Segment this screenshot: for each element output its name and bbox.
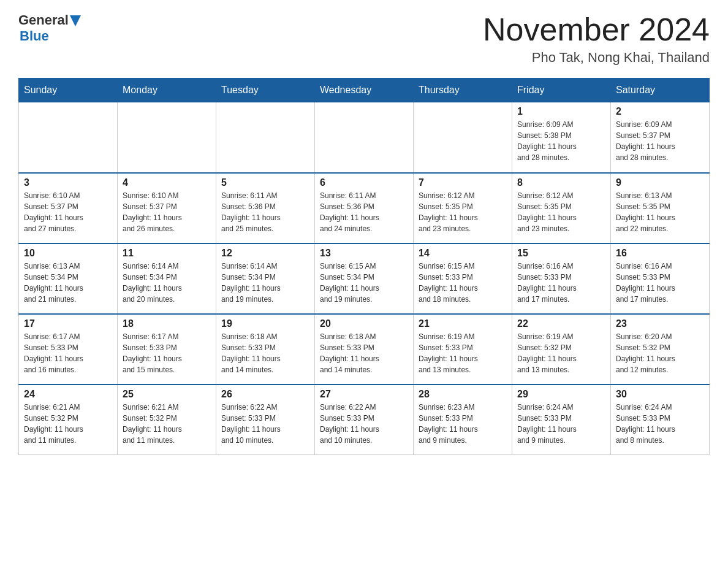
cell-date-number: 1 bbox=[517, 106, 605, 117]
cell-sun-info: Sunrise: 6:19 AM Sunset: 5:32 PM Dayligh… bbox=[517, 331, 605, 375]
cell-date-number: 10 bbox=[24, 248, 112, 259]
cell-date-number: 23 bbox=[616, 318, 704, 329]
day-header-thursday: Thursday bbox=[414, 79, 512, 102]
cell-sun-info: Sunrise: 6:16 AM Sunset: 5:33 PM Dayligh… bbox=[517, 261, 605, 305]
calendar-cell: 9Sunrise: 6:13 AM Sunset: 5:35 PM Daylig… bbox=[611, 173, 710, 243]
cell-sun-info: Sunrise: 6:23 AM Sunset: 5:33 PM Dayligh… bbox=[419, 402, 507, 446]
cell-sun-info: Sunrise: 6:14 AM Sunset: 5:34 PM Dayligh… bbox=[123, 261, 211, 305]
cell-sun-info: Sunrise: 6:17 AM Sunset: 5:33 PM Dayligh… bbox=[123, 331, 211, 375]
cell-date-number: 3 bbox=[24, 177, 112, 188]
cell-sun-info: Sunrise: 6:21 AM Sunset: 5:32 PM Dayligh… bbox=[24, 402, 112, 446]
day-header-sunday: Sunday bbox=[19, 79, 118, 102]
week-row-3: 10Sunrise: 6:13 AM Sunset: 5:34 PM Dayli… bbox=[19, 243, 710, 314]
calendar-cell: 12Sunrise: 6:14 AM Sunset: 5:34 PM Dayli… bbox=[216, 243, 315, 314]
cell-date-number: 7 bbox=[419, 177, 507, 188]
cell-date-number: 18 bbox=[123, 318, 211, 329]
cell-sun-info: Sunrise: 6:10 AM Sunset: 5:37 PM Dayligh… bbox=[123, 190, 211, 234]
cell-date-number: 2 bbox=[616, 106, 704, 117]
svg-marker-0 bbox=[70, 15, 81, 26]
calendar-cell: 6Sunrise: 6:11 AM Sunset: 5:36 PM Daylig… bbox=[315, 173, 414, 243]
cell-sun-info: Sunrise: 6:20 AM Sunset: 5:32 PM Dayligh… bbox=[616, 331, 704, 375]
cell-sun-info: Sunrise: 6:09 AM Sunset: 5:38 PM Dayligh… bbox=[517, 119, 605, 163]
cell-date-number: 17 bbox=[24, 318, 112, 329]
calendar-cell: 18Sunrise: 6:17 AM Sunset: 5:33 PM Dayli… bbox=[118, 314, 216, 385]
cell-date-number: 19 bbox=[221, 318, 309, 329]
cell-sun-info: Sunrise: 6:16 AM Sunset: 5:33 PM Dayligh… bbox=[616, 261, 704, 305]
calendar-cell: 28Sunrise: 6:23 AM Sunset: 5:33 PM Dayli… bbox=[414, 385, 512, 455]
calendar-cell: 5Sunrise: 6:11 AM Sunset: 5:36 PM Daylig… bbox=[216, 173, 315, 243]
day-header-monday: Monday bbox=[118, 79, 216, 102]
cell-date-number: 4 bbox=[123, 177, 211, 188]
logo: General Blue bbox=[18, 12, 81, 44]
cell-date-number: 20 bbox=[320, 318, 408, 329]
cell-date-number: 24 bbox=[24, 389, 112, 400]
cell-sun-info: Sunrise: 6:11 AM Sunset: 5:36 PM Dayligh… bbox=[221, 190, 309, 234]
location-title: Pho Tak, Nong Khai, Thailand bbox=[483, 50, 710, 66]
logo-general-text: General bbox=[18, 12, 69, 28]
calendar-table: SundayMondayTuesdayWednesdayThursdayFrid… bbox=[18, 78, 710, 455]
calendar-cell: 19Sunrise: 6:18 AM Sunset: 5:33 PM Dayli… bbox=[216, 314, 315, 385]
cell-sun-info: Sunrise: 6:19 AM Sunset: 5:33 PM Dayligh… bbox=[419, 331, 507, 375]
calendar-cell: 26Sunrise: 6:22 AM Sunset: 5:33 PM Dayli… bbox=[216, 385, 315, 455]
calendar-cell: 23Sunrise: 6:20 AM Sunset: 5:32 PM Dayli… bbox=[611, 314, 710, 385]
cell-date-number: 28 bbox=[419, 389, 507, 400]
calendar-cell: 7Sunrise: 6:12 AM Sunset: 5:35 PM Daylig… bbox=[414, 173, 512, 243]
cell-sun-info: Sunrise: 6:13 AM Sunset: 5:34 PM Dayligh… bbox=[24, 261, 112, 305]
title-block: November 2024 Pho Tak, Nong Khai, Thaila… bbox=[483, 12, 710, 66]
day-header-saturday: Saturday bbox=[611, 79, 710, 102]
day-header-wednesday: Wednesday bbox=[315, 79, 414, 102]
cell-date-number: 12 bbox=[221, 248, 309, 259]
calendar-cell: 24Sunrise: 6:21 AM Sunset: 5:32 PM Dayli… bbox=[19, 385, 118, 455]
calendar-cell: 25Sunrise: 6:21 AM Sunset: 5:32 PM Dayli… bbox=[118, 385, 216, 455]
cell-date-number: 25 bbox=[123, 389, 211, 400]
day-header-friday: Friday bbox=[512, 79, 611, 102]
cell-sun-info: Sunrise: 6:12 AM Sunset: 5:35 PM Dayligh… bbox=[419, 190, 507, 234]
cell-date-number: 5 bbox=[221, 177, 309, 188]
calendar-cell: 14Sunrise: 6:15 AM Sunset: 5:33 PM Dayli… bbox=[414, 243, 512, 314]
cell-sun-info: Sunrise: 6:09 AM Sunset: 5:37 PM Dayligh… bbox=[616, 119, 704, 163]
calendar-cell: 21Sunrise: 6:19 AM Sunset: 5:33 PM Dayli… bbox=[414, 314, 512, 385]
cell-date-number: 22 bbox=[517, 318, 605, 329]
cell-sun-info: Sunrise: 6:14 AM Sunset: 5:34 PM Dayligh… bbox=[221, 261, 309, 305]
cell-date-number: 15 bbox=[517, 248, 605, 259]
month-title: November 2024 bbox=[483, 12, 710, 47]
calendar-cell: 27Sunrise: 6:22 AM Sunset: 5:33 PM Dayli… bbox=[315, 385, 414, 455]
cell-sun-info: Sunrise: 6:18 AM Sunset: 5:33 PM Dayligh… bbox=[320, 331, 408, 375]
calendar-cell: 22Sunrise: 6:19 AM Sunset: 5:32 PM Dayli… bbox=[512, 314, 611, 385]
week-row-5: 24Sunrise: 6:21 AM Sunset: 5:32 PM Dayli… bbox=[19, 385, 710, 455]
calendar-cell: 1Sunrise: 6:09 AM Sunset: 5:38 PM Daylig… bbox=[512, 102, 611, 173]
week-row-4: 17Sunrise: 6:17 AM Sunset: 5:33 PM Dayli… bbox=[19, 314, 710, 385]
calendar-cell: 3Sunrise: 6:10 AM Sunset: 5:37 PM Daylig… bbox=[19, 173, 118, 243]
cell-date-number: 30 bbox=[616, 389, 704, 400]
header-row: SundayMondayTuesdayWednesdayThursdayFrid… bbox=[19, 79, 710, 102]
calendar-cell: 20Sunrise: 6:18 AM Sunset: 5:33 PM Dayli… bbox=[315, 314, 414, 385]
cell-sun-info: Sunrise: 6:22 AM Sunset: 5:33 PM Dayligh… bbox=[221, 402, 309, 446]
calendar-cell: 4Sunrise: 6:10 AM Sunset: 5:37 PM Daylig… bbox=[118, 173, 216, 243]
calendar-cell: 15Sunrise: 6:16 AM Sunset: 5:33 PM Dayli… bbox=[512, 243, 611, 314]
cell-sun-info: Sunrise: 6:15 AM Sunset: 5:34 PM Dayligh… bbox=[320, 261, 408, 305]
calendar-cell: 2Sunrise: 6:09 AM Sunset: 5:37 PM Daylig… bbox=[611, 102, 710, 173]
calendar-cell bbox=[118, 102, 216, 173]
week-row-1: 1Sunrise: 6:09 AM Sunset: 5:38 PM Daylig… bbox=[19, 102, 710, 173]
day-header-tuesday: Tuesday bbox=[216, 79, 315, 102]
cell-date-number: 8 bbox=[517, 177, 605, 188]
cell-date-number: 6 bbox=[320, 177, 408, 188]
logo-blue-text: Blue bbox=[20, 28, 49, 44]
cell-sun-info: Sunrise: 6:10 AM Sunset: 5:37 PM Dayligh… bbox=[24, 190, 112, 234]
cell-sun-info: Sunrise: 6:24 AM Sunset: 5:33 PM Dayligh… bbox=[517, 402, 605, 446]
cell-sun-info: Sunrise: 6:15 AM Sunset: 5:33 PM Dayligh… bbox=[419, 261, 507, 305]
calendar-cell: 11Sunrise: 6:14 AM Sunset: 5:34 PM Dayli… bbox=[118, 243, 216, 314]
calendar-cell bbox=[315, 102, 414, 173]
calendar-cell: 10Sunrise: 6:13 AM Sunset: 5:34 PM Dayli… bbox=[19, 243, 118, 314]
cell-date-number: 16 bbox=[616, 248, 704, 259]
cell-sun-info: Sunrise: 6:17 AM Sunset: 5:33 PM Dayligh… bbox=[24, 331, 112, 375]
cell-date-number: 14 bbox=[419, 248, 507, 259]
calendar-cell: 17Sunrise: 6:17 AM Sunset: 5:33 PM Dayli… bbox=[19, 314, 118, 385]
calendar-cell: 16Sunrise: 6:16 AM Sunset: 5:33 PM Dayli… bbox=[611, 243, 710, 314]
page-header: General Blue November 2024 Pho Tak, Nong… bbox=[18, 12, 710, 66]
cell-date-number: 29 bbox=[517, 389, 605, 400]
cell-sun-info: Sunrise: 6:11 AM Sunset: 5:36 PM Dayligh… bbox=[320, 190, 408, 234]
cell-sun-info: Sunrise: 6:22 AM Sunset: 5:33 PM Dayligh… bbox=[320, 402, 408, 446]
cell-date-number: 11 bbox=[123, 248, 211, 259]
calendar-cell bbox=[414, 102, 512, 173]
